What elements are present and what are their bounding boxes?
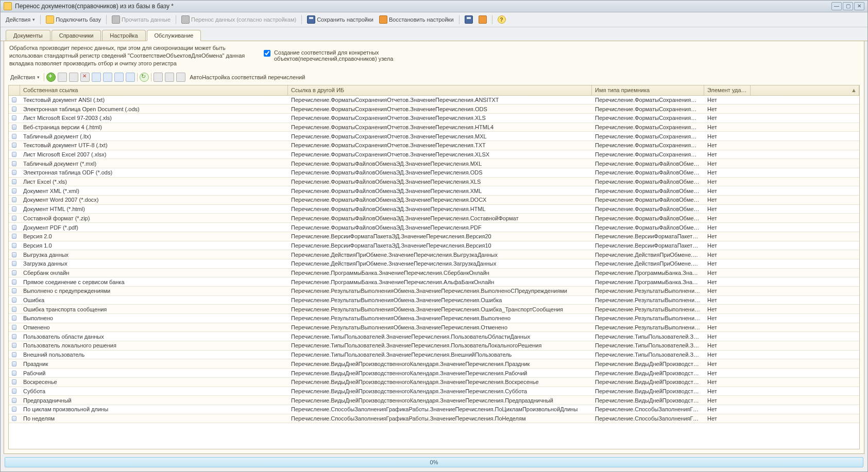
move-down-button[interactable] [103, 73, 112, 82]
tab-documents[interactable]: Документы [6, 30, 50, 41]
table-row[interactable]: Текстовый документ UTF-8 (.txt)Перечисле… [9, 141, 859, 150]
table-row[interactable]: Текстовый документ ANSI (.txt)Перечислен… [9, 96, 859, 105]
cell-deleted: Нет [704, 360, 751, 368]
cell-own-ref: Документ Word 2007 (*.docx) [20, 196, 288, 203]
delete-button[interactable] [80, 73, 90, 82]
filter-button-2[interactable] [165, 73, 174, 82]
cell-other-ref: Перечисление.СпособыЗаполненияГрафикаРаб… [288, 406, 592, 413]
table-row[interactable]: СубботаПеречисление.ВидыДнейПроизводстве… [9, 387, 859, 396]
cell-own-ref: Лист Microsoft Excel 97-2003 (.xls) [20, 114, 288, 121]
table-row[interactable]: Сбербанк онлайнПеречисление.ПрограммыБан… [9, 269, 859, 278]
table-row[interactable]: РабочийПеречисление.ВидыДнейПроизводстве… [9, 369, 859, 378]
table-row[interactable]: Документ HTML (*.html)Перечисление.Форма… [9, 205, 859, 214]
cell-deleted: Нет [704, 142, 751, 149]
table-row[interactable]: Документ Word 2007 (*.docx)Перечисление.… [9, 196, 859, 205]
inner-actions-menu[interactable]: Действия▾ [8, 73, 42, 81]
window-title: Перенос документов(справочников) из из б… [15, 3, 174, 10]
table-row[interactable]: ВыполненоПеречисление.РезультатыВыполнен… [9, 314, 859, 323]
table-row[interactable]: Электронная таблица Open Document (.ods)… [9, 104, 859, 114]
table-row[interactable]: Табличный документ (.ltx)Перечисление.Фо… [9, 132, 859, 141]
table-row[interactable]: Пользователь области данныхПеречисление.… [9, 332, 859, 341]
table-row[interactable]: Выполнено с предупреждениямиПеречисление… [9, 287, 859, 296]
table-row[interactable]: ОтмененоПеречисление.РезультатыВыполнени… [9, 323, 859, 333]
table-row[interactable]: Документ PDF (*.pdf)Перечисление.Форматы… [9, 223, 859, 232]
edit-button[interactable] [69, 73, 78, 82]
table-row[interactable]: Версия 2.0Перечисление.ВерсииФорматаПаке… [9, 232, 859, 241]
cell-other-ref: Перечисление.РезультатыВыполненияОбмена.… [288, 314, 592, 322]
tool-button-2[interactable] [476, 14, 489, 25]
tab-service[interactable]: Обслуживание [147, 30, 201, 41]
create-mappings-checkbox[interactable]: Создание соответствий для конкретных объ… [262, 49, 429, 62]
cell-own-ref: Пользователь локального решения [20, 342, 288, 349]
cell-type-name: Перечисление.ФорматыСохраненияОтчетов… [592, 124, 704, 131]
close-button[interactable]: ✕ [854, 2, 864, 10]
connect-db-button[interactable]: Подключить базу [44, 14, 103, 25]
table-row[interactable]: Выгрузка данныхПеречисление.ДействияПриО… [9, 250, 859, 259]
table-row[interactable]: Прямое соединение с сервисом банкаПеречи… [9, 277, 859, 287]
cell-type-name: Перечисление.ВидыДнейПроизводственног… [592, 360, 704, 368]
table-row[interactable]: Версия 1.0Перечисление.ВерсииФорматаПаке… [9, 241, 859, 251]
cell-own-ref: Версия 1.0 [20, 242, 288, 249]
cell-type-name: Перечисление.ТипыПользователей.Значени… [592, 351, 704, 358]
header-type-name[interactable]: Имя типа приемника [592, 85, 704, 95]
grid-body[interactable]: Текстовый документ ANSI (.txt)Перечислен… [9, 96, 859, 449]
cell-type-name: Перечисление.ФорматыСохраненияОтчетов… [592, 151, 704, 158]
row-icon [12, 261, 16, 266]
table-row[interactable]: Табличный документ (*.mxl)Перечисление.Ф… [9, 159, 859, 168]
table-row[interactable]: ОшибкаПеречисление.РезультатыВыполненияО… [9, 296, 859, 305]
restore-button[interactable]: ▢ [843, 2, 853, 10]
table-row[interactable]: По циклам произвольной длиныПеречисление… [9, 405, 859, 414]
transfer-button[interactable]: Перенос данных (согласно настройкам) [179, 14, 298, 25]
actions-menu[interactable]: Действия▾ [4, 15, 37, 24]
row-icon [12, 279, 16, 285]
filter-button-3[interactable] [176, 73, 185, 82]
cell-other-ref: Перечисление.ТипыПользователей.ЗначениеП… [288, 342, 592, 349]
table-row[interactable]: Документ XML (*.xml)Перечисление.Форматы… [9, 186, 859, 196]
table-row[interactable]: ПраздникПеречисление.ВидыДнейПроизводств… [9, 359, 859, 369]
tab-catalogs[interactable]: Справочники [52, 30, 101, 41]
sort-desc-button[interactable] [126, 73, 135, 82]
sort-asc-button[interactable] [114, 73, 124, 82]
row-icon [12, 379, 16, 384]
table-row[interactable]: Составной формат (*.zip)Перечисление.Фор… [9, 214, 859, 223]
cell-own-ref: Загрузка данных [20, 260, 288, 267]
table-row[interactable]: Лист Microsoft Excel 97-2003 (.xls)Переч… [9, 114, 859, 123]
tool-button-1[interactable] [463, 14, 475, 25]
refresh-button[interactable] [140, 73, 149, 82]
header-own-ref[interactable]: Собственная ссылка [20, 85, 288, 95]
read-data-button[interactable]: Прочитать данные [110, 14, 173, 25]
auto-setup-link[interactable]: АвтоНастройка соответствий перечислений [190, 74, 305, 80]
table-row[interactable]: Лист Excel (*.xls)Перечисление.ФорматыФа… [9, 178, 859, 187]
save-settings-button[interactable]: Сохранить настройки [305, 14, 376, 25]
cell-type-name: Перечисление.ТипыПользователей.Значени… [592, 333, 704, 340]
filter-button-1[interactable] [154, 73, 163, 82]
table-row[interactable]: Внешний пользовательПеречисление.ТипыПол… [9, 351, 859, 360]
cell-other-ref: Перечисление.ФорматыФайловОбменаЭД.Значе… [288, 187, 592, 195]
table-row[interactable]: ВоскресеньеПеречисление.ВидыДнейПроизвод… [9, 378, 859, 387]
table-row[interactable]: Пользователь локального решенияПеречисле… [9, 341, 859, 351]
cell-type-name: Перечисление.РезультатыВыполненияОбме… [592, 306, 704, 313]
help-button[interactable]: ? [496, 14, 508, 25]
copy-button[interactable] [58, 73, 67, 82]
table-row[interactable]: ПредпраздничныйПеречисление.ВидыДнейПрои… [9, 396, 859, 405]
restore-settings-button[interactable]: Восстановить настройки [377, 14, 456, 25]
cell-other-ref: Перечисление.ФорматыСохраненияОтчетов.Зн… [288, 114, 592, 121]
header-deleted[interactable]: Элемент удален [704, 85, 751, 95]
checkbox-input[interactable] [264, 50, 270, 57]
cell-deleted: Нет [704, 106, 751, 113]
table-row[interactable]: Ошибка транспорта сообщенияПеречисление.… [9, 305, 859, 314]
table-row[interactable]: Веб-страница версии 4 (.html)Перечислени… [9, 123, 859, 132]
table-row[interactable]: По неделямПеречисление.СпособыЗаполнения… [9, 414, 859, 424]
tab-settings[interactable]: Настройка [102, 30, 145, 41]
table-row[interactable]: Электронная таблица ODF (*.ods)Перечисле… [9, 168, 859, 178]
add-button[interactable] [46, 73, 56, 82]
table-row[interactable]: Лист Microsoft Excel 2007 (.xlsx)Перечис… [9, 150, 859, 160]
row-icon [12, 371, 16, 376]
move-up-button[interactable] [92, 73, 101, 82]
cell-other-ref: Перечисление.РезультатыВыполненияОбмена.… [288, 306, 592, 313]
header-icon-col[interactable] [9, 85, 20, 95]
minimize-button[interactable]: — [831, 2, 842, 10]
cell-own-ref: Документ XML (*.xml) [20, 187, 288, 195]
header-other-ref[interactable]: Ссылка в другой ИБ [288, 85, 592, 95]
table-row[interactable]: Загрузка данныхПеречисление.ДействияПриО… [9, 259, 859, 269]
